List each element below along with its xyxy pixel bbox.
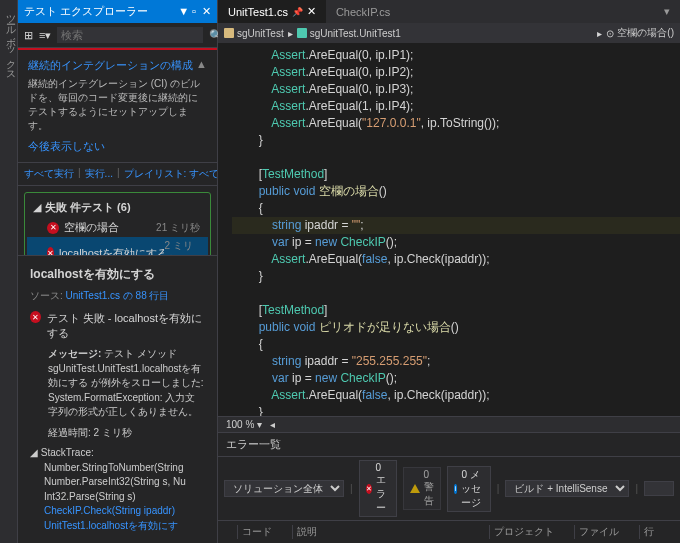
detail-result-text: テスト 失敗 - localhostを有効にする bbox=[47, 311, 205, 341]
chevron-down-icon[interactable]: ◢ bbox=[30, 447, 38, 458]
chevron-down-icon: ◢ bbox=[33, 201, 41, 214]
fail-icon: ✕ bbox=[30, 311, 41, 323]
test-explorer-panel: テスト エクスプローラー ▼ ▫ ✕ ⊞ ≡▾ 🔍 継続的インテグレーションの構… bbox=[18, 0, 218, 543]
fail-icon: ✕ bbox=[47, 222, 59, 234]
zoom-level[interactable]: 100 % ▾ ◂ bbox=[218, 416, 680, 432]
stack-frame-link[interactable]: CheckIP.Check(String ipaddr) bbox=[44, 504, 205, 519]
col-desc[interactable]: 説明 bbox=[293, 525, 490, 539]
stack-frame: Int32.Parse(String s) bbox=[44, 490, 205, 505]
code-line[interactable]: string ipaddr = "255.255.255"; bbox=[232, 353, 680, 370]
detail-elapsed: 経過時間: 2 ミリ秒 bbox=[48, 426, 205, 441]
col-file[interactable]: ファイル bbox=[575, 525, 640, 539]
code-line[interactable]: Assert.AreEqual(false, ip.Check(ipaddr))… bbox=[232, 251, 680, 268]
col-code[interactable]: コード bbox=[238, 525, 293, 539]
code-line[interactable]: [TestMethod] bbox=[232, 166, 680, 183]
code-line[interactable]: } bbox=[232, 132, 680, 149]
messages-filter[interactable]: i0 メッセージ bbox=[447, 466, 491, 512]
error-search-input[interactable] bbox=[644, 481, 674, 496]
detail-heading: localhostを有効にする bbox=[30, 266, 205, 283]
code-line[interactable]: { bbox=[232, 336, 680, 353]
crumb-class[interactable]: sgUnitTest.UnitTest1 bbox=[297, 28, 401, 39]
panel-header: テスト エクスプローラー ▼ ▫ ✕ bbox=[18, 0, 217, 23]
code-line[interactable]: var ip = new CheckIP(); bbox=[232, 234, 680, 251]
search-input[interactable] bbox=[57, 27, 203, 43]
crumb-method[interactable]: ⊙ 空欄の場合() bbox=[606, 26, 674, 40]
ci-banner-desc: 継続的インテグレーション (CI) のビルドを、毎回のコード変更後に継続的にテス… bbox=[28, 77, 207, 133]
panel-title: テスト エクスプローラー bbox=[24, 4, 148, 19]
pin-icon[interactable]: 📌 bbox=[292, 7, 303, 17]
test-row[interactable]: ✕localhostを有効にする2 ミリ秒 bbox=[27, 237, 208, 255]
editor-tabs: UnitTest1.cs 📌 ✕ CheckIP.cs ▾ bbox=[218, 0, 680, 23]
crumb-namespace[interactable]: sgUnitTest bbox=[224, 28, 284, 39]
stack-frame: Number.ParseInt32(String s, Nu bbox=[44, 475, 205, 490]
tabs-overflow[interactable]: ▾ bbox=[654, 0, 680, 23]
code-line[interactable] bbox=[232, 149, 680, 166]
run-link[interactable]: 実行... bbox=[85, 167, 113, 181]
group-failed[interactable]: ◢ 失敗 件テスト (6) bbox=[27, 197, 208, 218]
tab-checkip[interactable]: CheckIP.cs bbox=[326, 0, 400, 23]
error-list-panel: エラー一覧 ソリューション全体 | ✕0 エラー 0 警告 i0 メッセージ |… bbox=[218, 432, 680, 543]
test-detail: localhostを有効にする ソース: UnitTest1.cs の 88 行… bbox=[18, 255, 217, 543]
detail-msg-label: メッセージ: bbox=[48, 348, 104, 359]
code-line[interactable]: [TestMethod] bbox=[232, 302, 680, 319]
code-line[interactable]: } bbox=[232, 404, 680, 416]
tab-unittest1[interactable]: UnitTest1.cs 📌 ✕ bbox=[218, 0, 326, 23]
fail-icon: ✕ bbox=[47, 247, 54, 255]
detail-source-link[interactable]: UnitTest1.cs の 88 行目 bbox=[66, 290, 170, 301]
code-line[interactable]: Assert.AreEqual(0, ip.IP2); bbox=[232, 64, 680, 81]
filter-bar: すべて実行| 実行...| プレイリスト: すべて bbox=[18, 163, 217, 186]
code-line[interactable]: Assert.AreEqual("127.0.0.1", ip.ToString… bbox=[232, 115, 680, 132]
code-line[interactable]: public void ピリオドが足りない場合() bbox=[232, 319, 680, 336]
code-line[interactable]: { bbox=[232, 200, 680, 217]
code-line[interactable]: Assert.AreEqual(0, ip.IP1); bbox=[232, 47, 680, 64]
errors-filter[interactable]: ✕0 エラー bbox=[359, 460, 397, 517]
code-line[interactable]: public void 空欄の場合() bbox=[232, 183, 680, 200]
stack-frame: Number.StringToNumber(String bbox=[44, 461, 205, 476]
error-list-toolbar: ソリューション全体 | ✕0 エラー 0 警告 i0 メッセージ | ビルド +… bbox=[218, 456, 680, 521]
warnings-filter[interactable]: 0 警告 bbox=[403, 467, 441, 510]
editor-area: UnitTest1.cs 📌 ✕ CheckIP.cs ▾ sgUnitTest… bbox=[218, 0, 680, 543]
stack-frame-link[interactable]: UnitTest1.localhostを有効にす bbox=[44, 519, 205, 534]
breadcrumb: sgUnitTest▸ sgUnitTest.UnitTest1 ▸⊙ 空欄の場… bbox=[218, 23, 680, 43]
detail-result: ✕ テスト 失敗 - localhostを有効にする bbox=[30, 311, 205, 341]
group-icon[interactable]: ⊞ bbox=[24, 29, 33, 42]
error-columns: コード 説明 プロジェクト ファイル 行 bbox=[218, 521, 680, 543]
run-all-link[interactable]: すべて実行 bbox=[24, 167, 74, 181]
toolbox-vertical-tab[interactable]: ツールボックス bbox=[0, 0, 18, 543]
scope-select[interactable]: ソリューション全体 bbox=[224, 480, 344, 497]
pin-icon[interactable]: ▼ ▫ bbox=[178, 5, 196, 18]
build-select[interactable]: ビルド + IntelliSense bbox=[505, 480, 629, 497]
code-line[interactable]: Assert.AreEqual(false, ip.Check(ipaddr))… bbox=[232, 387, 680, 404]
close-icon[interactable]: ✕ bbox=[202, 5, 211, 18]
code-editor[interactable]: Assert.AreEqual(0, ip.IP1); Assert.AreEq… bbox=[218, 43, 680, 416]
playlist-link[interactable]: プレイリスト: すべて bbox=[124, 167, 217, 181]
code-line[interactable]: Assert.AreEqual(0, ip.IP3); bbox=[232, 81, 680, 98]
ci-banner-title: 継続的インテグレーションの構成 bbox=[28, 58, 193, 73]
test-tree: ◢ 失敗 件テスト (6) ✕空欄の場合21 ミリ秒✕localhostを有効に… bbox=[18, 186, 217, 255]
col-project[interactable]: プロジェクト bbox=[490, 525, 575, 539]
code-line[interactable]: Assert.AreEqual(1, ip.IP4); bbox=[232, 98, 680, 115]
test-row[interactable]: ✕空欄の場合21 ミリ秒 bbox=[27, 218, 208, 237]
panel-toolbar: ⊞ ≡▾ 🔍 bbox=[18, 23, 217, 48]
group-failed-label: 失敗 件テスト (6) bbox=[45, 200, 131, 215]
code-line[interactable] bbox=[232, 285, 680, 302]
stack-label: StackTrace: bbox=[41, 447, 94, 458]
col-line[interactable]: 行 bbox=[640, 525, 674, 539]
code-line[interactable]: string ipaddr = ""; bbox=[232, 217, 680, 234]
chevron-up-icon[interactable]: ▲ bbox=[196, 58, 207, 77]
code-line[interactable]: } bbox=[232, 268, 680, 285]
code-line[interactable]: var ip = new CheckIP(); bbox=[232, 370, 680, 387]
detail-source: ソース: UnitTest1.cs の 88 行目 bbox=[30, 289, 205, 303]
error-list-title: エラー一覧 bbox=[218, 433, 680, 456]
ci-dismiss-link[interactable]: 今後表示しない bbox=[28, 139, 105, 154]
list-icon[interactable]: ≡▾ bbox=[39, 29, 51, 42]
ci-banner: 継続的インテグレーションの構成 ▲ 継続的インテグレーション (CI) のビルド… bbox=[18, 50, 217, 163]
close-icon[interactable]: ✕ bbox=[307, 5, 316, 18]
